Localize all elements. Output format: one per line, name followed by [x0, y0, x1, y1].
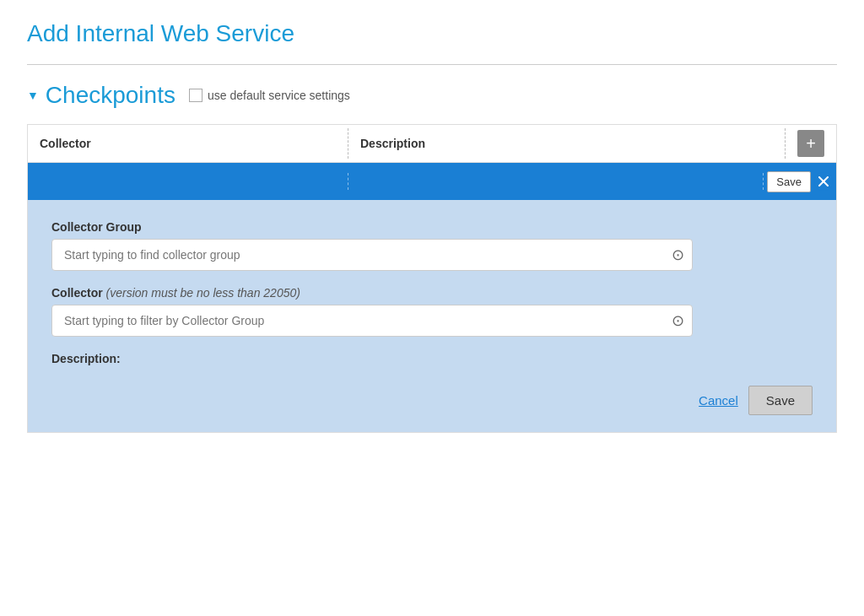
row-save-button[interactable]: Save [767, 171, 811, 192]
section-header: ▼ Checkpoints use default service settin… [27, 82, 837, 109]
active-row-collector-cell [28, 173, 348, 190]
page-title: Add Internal Web Service [27, 20, 837, 47]
collector-group-input-wrapper: ⊙ [51, 239, 693, 271]
expanded-panel: Collector Group ⊙ Collector (version mus… [28, 200, 836, 432]
description-label: Description: [51, 352, 813, 365]
use-default-checkbox[interactable] [189, 89, 202, 102]
collector-group-field-group: Collector Group ⊙ [51, 220, 813, 271]
add-row-button[interactable]: + [797, 130, 824, 157]
panel-footer: Cancel Save [51, 386, 813, 415]
collector-group-label: Collector Group [51, 220, 813, 234]
collector-group-search-icon: ⊙ [672, 246, 684, 264]
use-default-label[interactable]: use default service settings [189, 89, 350, 102]
table-header: Collector Description + [28, 125, 836, 163]
collapse-arrow-icon[interactable]: ▼ [27, 89, 39, 102]
active-row-actions: Save [764, 168, 836, 196]
collector-search-icon: ⊙ [672, 311, 684, 330]
col-action-header: + [786, 125, 836, 162]
collector-label-italic: (version must be no less than 22050) [106, 286, 300, 300]
collector-input[interactable] [51, 305, 693, 337]
use-default-text: use default service settings [208, 89, 350, 102]
col-collector-header: Collector [28, 128, 348, 159]
plus-icon: + [806, 134, 816, 154]
page-container: Add Internal Web Service ▼ Checkpoints u… [0, 0, 864, 453]
section-title-row: ▼ Checkpoints [27, 82, 176, 109]
row-close-button[interactable] [814, 172, 833, 191]
save-button[interactable]: Save [748, 386, 813, 415]
collector-group-input[interactable] [51, 239, 693, 271]
col-description-header: Description [348, 128, 786, 159]
collector-field-group: Collector (version must be no less than … [51, 286, 813, 337]
section-title: Checkpoints [46, 82, 176, 109]
collector-input-wrapper: ⊙ [51, 305, 693, 337]
checkpoints-table: Collector Description + Save [27, 124, 837, 433]
active-row-description-cell [348, 173, 764, 190]
collector-label: Collector (version must be no less than … [51, 286, 813, 300]
close-icon [818, 176, 829, 186]
cancel-button[interactable]: Cancel [699, 393, 738, 408]
active-row: Save [28, 163, 836, 200]
description-field-group: Description: [51, 352, 813, 365]
header-divider [27, 64, 837, 65]
